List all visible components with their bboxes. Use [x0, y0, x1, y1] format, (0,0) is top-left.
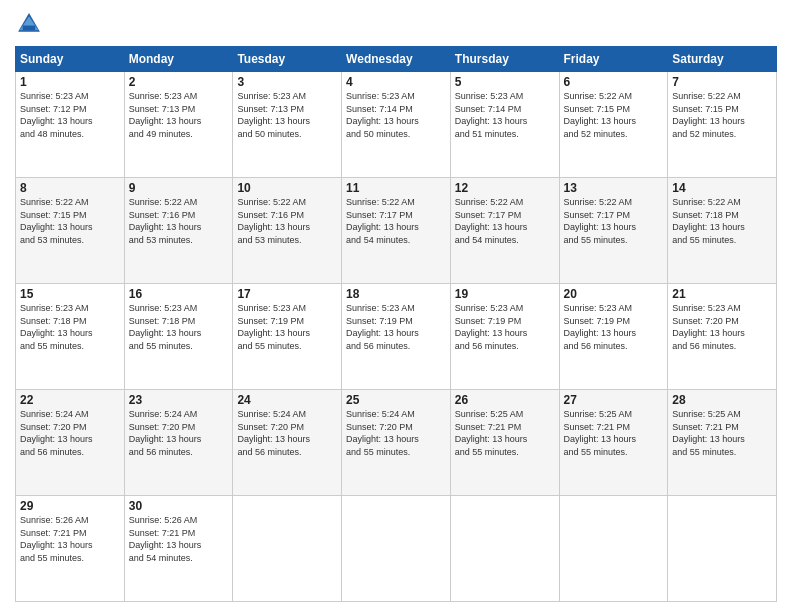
cell-info: Sunrise: 5:23 AM Sunset: 7:18 PM Dayligh…: [20, 302, 120, 352]
day-number: 13: [564, 181, 664, 195]
day-number: 3: [237, 75, 337, 89]
calendar-cell: 29Sunrise: 5:26 AM Sunset: 7:21 PM Dayli…: [16, 496, 125, 602]
weekday-header: Monday: [124, 47, 233, 72]
weekday-header: Wednesday: [342, 47, 451, 72]
calendar-cell: 5Sunrise: 5:23 AM Sunset: 7:14 PM Daylig…: [450, 72, 559, 178]
calendar-cell: 30Sunrise: 5:26 AM Sunset: 7:21 PM Dayli…: [124, 496, 233, 602]
day-number: 7: [672, 75, 772, 89]
cell-info: Sunrise: 5:25 AM Sunset: 7:21 PM Dayligh…: [455, 408, 555, 458]
calendar-cell: 13Sunrise: 5:22 AM Sunset: 7:17 PM Dayli…: [559, 178, 668, 284]
cell-info: Sunrise: 5:25 AM Sunset: 7:21 PM Dayligh…: [564, 408, 664, 458]
day-number: 29: [20, 499, 120, 513]
weekday-header: Thursday: [450, 47, 559, 72]
day-number: 26: [455, 393, 555, 407]
weekday-header: Tuesday: [233, 47, 342, 72]
day-number: 27: [564, 393, 664, 407]
day-number: 5: [455, 75, 555, 89]
calendar-cell: 3Sunrise: 5:23 AM Sunset: 7:13 PM Daylig…: [233, 72, 342, 178]
cell-info: Sunrise: 5:23 AM Sunset: 7:19 PM Dayligh…: [237, 302, 337, 352]
cell-info: Sunrise: 5:23 AM Sunset: 7:13 PM Dayligh…: [129, 90, 229, 140]
calendar-week-row: 29Sunrise: 5:26 AM Sunset: 7:21 PM Dayli…: [16, 496, 777, 602]
weekday-header: Friday: [559, 47, 668, 72]
day-number: 16: [129, 287, 229, 301]
day-number: 11: [346, 181, 446, 195]
header: [15, 10, 777, 38]
calendar-cell: 12Sunrise: 5:22 AM Sunset: 7:17 PM Dayli…: [450, 178, 559, 284]
cell-info: Sunrise: 5:23 AM Sunset: 7:19 PM Dayligh…: [564, 302, 664, 352]
calendar-cell: 27Sunrise: 5:25 AM Sunset: 7:21 PM Dayli…: [559, 390, 668, 496]
cell-info: Sunrise: 5:22 AM Sunset: 7:17 PM Dayligh…: [455, 196, 555, 246]
cell-info: Sunrise: 5:23 AM Sunset: 7:20 PM Dayligh…: [672, 302, 772, 352]
cell-info: Sunrise: 5:23 AM Sunset: 7:12 PM Dayligh…: [20, 90, 120, 140]
weekday-header: Sunday: [16, 47, 125, 72]
day-number: 28: [672, 393, 772, 407]
cell-info: Sunrise: 5:22 AM Sunset: 7:15 PM Dayligh…: [20, 196, 120, 246]
calendar-cell: 16Sunrise: 5:23 AM Sunset: 7:18 PM Dayli…: [124, 284, 233, 390]
cell-info: Sunrise: 5:22 AM Sunset: 7:16 PM Dayligh…: [237, 196, 337, 246]
day-number: 17: [237, 287, 337, 301]
calendar-cell: [668, 496, 777, 602]
cell-info: Sunrise: 5:23 AM Sunset: 7:19 PM Dayligh…: [346, 302, 446, 352]
day-number: 14: [672, 181, 772, 195]
calendar-cell: 2Sunrise: 5:23 AM Sunset: 7:13 PM Daylig…: [124, 72, 233, 178]
calendar-cell: 21Sunrise: 5:23 AM Sunset: 7:20 PM Dayli…: [668, 284, 777, 390]
cell-info: Sunrise: 5:23 AM Sunset: 7:18 PM Dayligh…: [129, 302, 229, 352]
day-number: 10: [237, 181, 337, 195]
day-number: 30: [129, 499, 229, 513]
day-number: 8: [20, 181, 120, 195]
cell-info: Sunrise: 5:23 AM Sunset: 7:14 PM Dayligh…: [346, 90, 446, 140]
calendar-cell: [450, 496, 559, 602]
calendar-cell: 6Sunrise: 5:22 AM Sunset: 7:15 PM Daylig…: [559, 72, 668, 178]
calendar-week-row: 15Sunrise: 5:23 AM Sunset: 7:18 PM Dayli…: [16, 284, 777, 390]
calendar-week-row: 1Sunrise: 5:23 AM Sunset: 7:12 PM Daylig…: [16, 72, 777, 178]
calendar-cell: 9Sunrise: 5:22 AM Sunset: 7:16 PM Daylig…: [124, 178, 233, 284]
calendar-cell: 19Sunrise: 5:23 AM Sunset: 7:19 PM Dayli…: [450, 284, 559, 390]
calendar-table: SundayMondayTuesdayWednesdayThursdayFrid…: [15, 46, 777, 602]
calendar-cell: 1Sunrise: 5:23 AM Sunset: 7:12 PM Daylig…: [16, 72, 125, 178]
calendar-week-row: 8Sunrise: 5:22 AM Sunset: 7:15 PM Daylig…: [16, 178, 777, 284]
day-number: 21: [672, 287, 772, 301]
calendar-cell: 11Sunrise: 5:22 AM Sunset: 7:17 PM Dayli…: [342, 178, 451, 284]
day-number: 12: [455, 181, 555, 195]
cell-info: Sunrise: 5:26 AM Sunset: 7:21 PM Dayligh…: [129, 514, 229, 564]
day-number: 20: [564, 287, 664, 301]
day-number: 9: [129, 181, 229, 195]
cell-info: Sunrise: 5:26 AM Sunset: 7:21 PM Dayligh…: [20, 514, 120, 564]
calendar-cell: 14Sunrise: 5:22 AM Sunset: 7:18 PM Dayli…: [668, 178, 777, 284]
logo-icon: [15, 10, 43, 38]
cell-info: Sunrise: 5:22 AM Sunset: 7:17 PM Dayligh…: [346, 196, 446, 246]
day-number: 15: [20, 287, 120, 301]
cell-info: Sunrise: 5:22 AM Sunset: 7:16 PM Dayligh…: [129, 196, 229, 246]
calendar-cell: 17Sunrise: 5:23 AM Sunset: 7:19 PM Dayli…: [233, 284, 342, 390]
calendar-cell: 4Sunrise: 5:23 AM Sunset: 7:14 PM Daylig…: [342, 72, 451, 178]
day-number: 18: [346, 287, 446, 301]
calendar-cell: 8Sunrise: 5:22 AM Sunset: 7:15 PM Daylig…: [16, 178, 125, 284]
day-number: 19: [455, 287, 555, 301]
cell-info: Sunrise: 5:22 AM Sunset: 7:18 PM Dayligh…: [672, 196, 772, 246]
day-number: 23: [129, 393, 229, 407]
calendar-cell: [233, 496, 342, 602]
cell-info: Sunrise: 5:24 AM Sunset: 7:20 PM Dayligh…: [346, 408, 446, 458]
cell-info: Sunrise: 5:23 AM Sunset: 7:14 PM Dayligh…: [455, 90, 555, 140]
calendar-cell: 15Sunrise: 5:23 AM Sunset: 7:18 PM Dayli…: [16, 284, 125, 390]
page: SundayMondayTuesdayWednesdayThursdayFrid…: [0, 0, 792, 612]
calendar-week-row: 22Sunrise: 5:24 AM Sunset: 7:20 PM Dayli…: [16, 390, 777, 496]
calendar-cell: 22Sunrise: 5:24 AM Sunset: 7:20 PM Dayli…: [16, 390, 125, 496]
calendar-cell: 24Sunrise: 5:24 AM Sunset: 7:20 PM Dayli…: [233, 390, 342, 496]
svg-rect-3: [23, 26, 35, 31]
cell-info: Sunrise: 5:24 AM Sunset: 7:20 PM Dayligh…: [20, 408, 120, 458]
calendar-cell: 28Sunrise: 5:25 AM Sunset: 7:21 PM Dayli…: [668, 390, 777, 496]
calendar-cell: [559, 496, 668, 602]
cell-info: Sunrise: 5:23 AM Sunset: 7:19 PM Dayligh…: [455, 302, 555, 352]
calendar-cell: 25Sunrise: 5:24 AM Sunset: 7:20 PM Dayli…: [342, 390, 451, 496]
day-number: 1: [20, 75, 120, 89]
weekday-header: Saturday: [668, 47, 777, 72]
calendar-cell: 7Sunrise: 5:22 AM Sunset: 7:15 PM Daylig…: [668, 72, 777, 178]
calendar-cell: 18Sunrise: 5:23 AM Sunset: 7:19 PM Dayli…: [342, 284, 451, 390]
calendar-cell: [342, 496, 451, 602]
calendar-cell: 20Sunrise: 5:23 AM Sunset: 7:19 PM Dayli…: [559, 284, 668, 390]
logo: [15, 10, 47, 38]
cell-info: Sunrise: 5:23 AM Sunset: 7:13 PM Dayligh…: [237, 90, 337, 140]
cell-info: Sunrise: 5:22 AM Sunset: 7:17 PM Dayligh…: [564, 196, 664, 246]
day-number: 4: [346, 75, 446, 89]
